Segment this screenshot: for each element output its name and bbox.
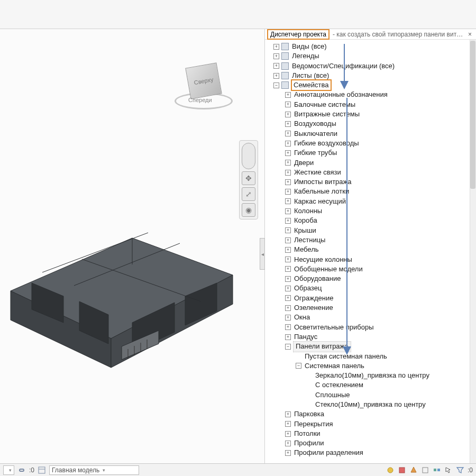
tree-node[interactable]: +Профили — [266, 438, 475, 448]
tree-node[interactable]: +Импосты витража — [266, 177, 475, 187]
expand-icon[interactable] — [306, 402, 312, 408]
expand-icon[interactable]: + — [285, 441, 291, 446]
expand-icon[interactable]: + — [285, 421, 291, 427]
tree-node[interactable]: +Потолки — [266, 429, 475, 438]
tree-node[interactable]: +Двери — [266, 158, 475, 168]
expand-icon[interactable]: + — [285, 102, 291, 107]
building-model[interactable] — [0, 190, 249, 370]
tree-node[interactable]: +Виды (все) — [266, 42, 475, 51]
expand-icon[interactable]: + — [285, 131, 291, 136]
expand-icon[interactable]: + — [285, 92, 291, 98]
tree-node[interactable]: +Короба — [266, 216, 475, 225]
expand-icon[interactable]: + — [285, 324, 291, 330]
expand-icon[interactable]: + — [285, 334, 291, 340]
link-icon[interactable] — [17, 466, 26, 474]
tree-node[interactable]: +Осветительные приборы — [266, 323, 475, 332]
status-icon-1[interactable] — [386, 466, 395, 474]
tree-node[interactable]: +Лестницы — [266, 235, 475, 245]
expand-icon[interactable]: + — [285, 286, 291, 291]
status-icon-2[interactable] — [398, 466, 406, 474]
expand-icon[interactable]: + — [285, 160, 291, 166]
expand-icon[interactable]: + — [285, 218, 291, 224]
tree-node[interactable]: +Ограждение — [266, 294, 475, 303]
status-icon-4[interactable] — [421, 466, 429, 474]
expand-icon[interactable]: + — [285, 266, 291, 272]
tree-node[interactable]: +Обобщенные модели — [266, 264, 475, 274]
tree-node[interactable]: +Аннотационные обозначения — [266, 90, 475, 99]
tree-node[interactable]: −Системная панель — [266, 361, 475, 371]
expand-icon[interactable]: + — [285, 411, 291, 417]
expand-icon[interactable]: + — [285, 112, 291, 117]
tree-node[interactable]: +Оборудование — [266, 274, 475, 283]
expand-icon[interactable]: + — [285, 227, 291, 233]
collapse-icon[interactable]: − — [296, 363, 301, 369]
scrollbar-vertical[interactable] — [470, 40, 476, 463]
main-model-dropdown[interactable]: Главная модель ▾ — [49, 465, 139, 475]
filter-icon[interactable] — [456, 466, 464, 474]
expand-icon[interactable]: + — [285, 141, 291, 147]
tree-node[interactable]: +Ведомости/Спецификации (все) — [266, 61, 475, 71]
tree-node[interactable]: +Легенды — [266, 51, 475, 61]
expand-icon[interactable] — [306, 392, 312, 398]
scale-dropdown[interactable]: ▾ — [3, 465, 14, 475]
select-icon[interactable] — [444, 466, 453, 474]
expand-icon[interactable]: + — [285, 305, 291, 311]
tree-node-families[interactable]: − Семейства — [266, 80, 475, 90]
pan-icon[interactable]: ✥ — [242, 171, 255, 185]
expand-icon[interactable]: + — [285, 247, 291, 253]
view-cube-face[interactable]: Сверху — [185, 62, 222, 99]
expand-icon[interactable]: + — [285, 170, 291, 176]
tree-node[interactable]: +Жесткие связи — [266, 168, 475, 177]
tree-node[interactable]: +Парковка — [266, 409, 475, 419]
expand-icon[interactable]: + — [285, 431, 291, 437]
tree-node[interactable]: +Колонны — [266, 206, 475, 216]
scrollbar-thumb[interactable] — [470, 41, 475, 189]
expand-icon[interactable]: + — [285, 295, 291, 301]
tree-node-curtain-panels[interactable]: − Панели витража — [266, 342, 475, 351]
tree-node[interactable]: +Каркас несущий — [266, 197, 475, 206]
tree-node[interactable]: +Гибкие трубы — [266, 148, 475, 158]
expand-icon[interactable] — [306, 373, 312, 379]
tree-node[interactable]: +Балочные системы — [266, 100, 475, 109]
status-icon-3[interactable] — [409, 466, 418, 474]
tree-node[interactable]: +Образец — [266, 283, 475, 293]
view-cube[interactable]: Сверху Спереди — [175, 56, 233, 114]
expand-icon[interactable]: + — [285, 276, 291, 282]
expand-icon[interactable]: + — [285, 237, 291, 243]
tree-node[interactable]: +Витражные системы — [266, 109, 475, 119]
expand-icon[interactable]: + — [285, 450, 291, 456]
collapse-icon[interactable]: − — [285, 344, 291, 350]
expand-icon[interactable]: + — [285, 150, 291, 156]
tree-node[interactable]: С остеклением — [266, 380, 475, 390]
tree-node[interactable]: +Кабельные лотки — [266, 187, 475, 196]
expand-icon[interactable]: + — [285, 208, 291, 214]
expand-icon[interactable] — [296, 353, 301, 359]
steering-wheel-icon[interactable] — [242, 143, 255, 169]
expand-icon[interactable]: + — [273, 44, 279, 50]
tree-node[interactable]: +Профили разделения — [266, 448, 475, 457]
tree-node[interactable]: +Гибкие воздуховоды — [266, 139, 475, 148]
tree-node[interactable]: +Воздуховоды — [266, 119, 475, 129]
expand-icon[interactable]: + — [285, 257, 291, 262]
tree-node[interactable]: Стекло(10мм)_привязка по центру — [266, 400, 475, 409]
expand-icon[interactable]: + — [285, 315, 291, 321]
project-browser-tree[interactable]: +Виды (все)+Легенды+Ведомости/Спецификац… — [265, 40, 476, 463]
expand-icon[interactable]: + — [285, 198, 291, 204]
tree-node[interactable]: +Перекрытия — [266, 419, 475, 429]
expand-icon[interactable] — [306, 382, 312, 388]
expand-icon[interactable]: + — [273, 63, 279, 69]
tree-node[interactable]: +Озеленение — [266, 303, 475, 313]
sheet-icon[interactable] — [38, 466, 46, 474]
expand-icon[interactable]: + — [273, 53, 279, 59]
tree-node[interactable]: +Несущие колонны — [266, 255, 475, 264]
expand-icon[interactable]: + — [285, 179, 291, 185]
tree-node[interactable]: Пустая системная панель — [266, 352, 475, 361]
tree-node[interactable]: Зеркало(10мм)_привязка по центру — [266, 371, 475, 380]
expand-icon[interactable]: + — [273, 73, 279, 79]
tree-node[interactable]: +Выключатели — [266, 129, 475, 139]
tree-node[interactable]: +Окна — [266, 313, 475, 322]
status-icon-5[interactable] — [433, 466, 441, 474]
close-icon[interactable]: × — [466, 31, 474, 38]
panel-drag-handle[interactable]: ◂ — [260, 238, 265, 270]
tree-node[interactable]: +Мебель — [266, 245, 475, 254]
